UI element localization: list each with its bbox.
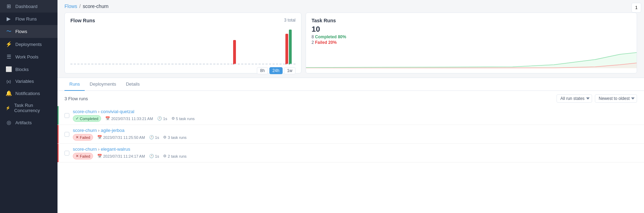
- sidebar-label-deployments: Deployments: [15, 42, 42, 47]
- tasks-icon-1: ⚙: [171, 116, 175, 121]
- flow-runs-icon: ▶: [6, 16, 12, 22]
- deployments-icon: ⚡: [6, 41, 12, 47]
- flow-runs-chart-total: 3 total: [284, 18, 296, 23]
- bar-chart-area: [70, 26, 296, 64]
- charts-area: Flow Runs 3 total: [58, 13, 644, 78]
- dashboard-icon: ⊞: [6, 3, 12, 9]
- tab-deployments[interactable]: Deployments: [85, 78, 121, 91]
- run-date-3: 📅 2023/07/31 11:24:17 AM: [97, 154, 145, 158]
- run-badge-1: ✓ Completed: [73, 115, 101, 122]
- breadcrumb-flows-link[interactable]: Flows: [64, 3, 77, 9]
- runs-count: 3 Flow runs: [64, 96, 88, 101]
- task-runs-chart: Task Runs 10 8 Completed 80% 2 Failed 20…: [306, 13, 637, 73]
- flow-runs-chart: Flow Runs 3 total: [64, 13, 301, 73]
- tab-runs[interactable]: Runs: [64, 78, 85, 91]
- run-meta-2: ✕ Failed 📅 2023/07/31 11:25:50 AM 🕐 1s: [73, 134, 637, 141]
- sidebar-item-notifications[interactable]: 🔔 Notifications: [0, 87, 58, 100]
- run-badge-2: ✕ Failed: [73, 134, 93, 141]
- x-icon-3: ✕: [76, 154, 79, 158]
- time-btn-24h[interactable]: 24h: [269, 67, 283, 74]
- run-flow-link-3[interactable]: score-churn: [73, 147, 97, 152]
- run-flow-link-1[interactable]: score-churn: [73, 109, 97, 114]
- calendar-icon-3: 📅: [97, 154, 102, 158]
- sidebar-item-variables[interactable]: {x} Variables: [0, 76, 58, 87]
- clock-icon-2: 🕐: [149, 135, 154, 140]
- sidebar-label-notifications: Notifications: [15, 91, 40, 96]
- run-flow-link-2[interactable]: score-churn: [73, 128, 97, 133]
- sidebar-item-work-pools[interactable]: ☰ Work Pools: [0, 50, 58, 63]
- runs-filters: All run states Newest to oldest: [557, 94, 637, 103]
- breadcrumb-current: score-churn: [83, 3, 108, 9]
- run-duration-2: 🕐 1s: [149, 135, 159, 140]
- sidebar-item-artifacts[interactable]: ◎ Artifacts: [0, 116, 58, 129]
- run-tasks-2: ⚙ 3 task runs: [163, 135, 186, 140]
- runs-section: Runs Deployments Details 3 Flow runs All…: [58, 78, 644, 213]
- bar-red-1: [233, 40, 236, 64]
- sidebar-label-artifacts: Artifacts: [15, 120, 32, 125]
- run-name-2: score-churn › agile-jerboa: [73, 128, 637, 133]
- run-status-bar-1: [58, 106, 59, 125]
- task-runs-total: 10: [312, 25, 631, 34]
- filter-sort-order[interactable]: Newest to oldest: [595, 94, 637, 103]
- time-btn-8h[interactable]: 8h: [257, 67, 268, 74]
- bars-container: [70, 26, 296, 64]
- run-badge-3: ✕ Failed: [73, 153, 93, 159]
- sidebar-item-flows[interactable]: 〜 Flows: [0, 25, 58, 38]
- bar-green-1: [289, 30, 292, 64]
- run-run-link-3[interactable]: elegant-walrus: [101, 147, 130, 152]
- task-runs-chart-title: Task Runs: [312, 18, 631, 23]
- badge-label-2: Failed: [80, 135, 90, 140]
- runs-header: 3 Flow runs All run states Newest to old…: [58, 91, 644, 106]
- run-tasks-3: ⚙ 2 task runs: [163, 154, 186, 158]
- sidebar-label-variables: Variables: [15, 79, 34, 84]
- sidebar-item-dashboard[interactable]: ⊞ Dashboard: [0, 0, 58, 13]
- sidebar-item-deployments[interactable]: ⚡ Deployments: [0, 38, 58, 50]
- blocks-icon: ⬜: [6, 66, 12, 72]
- sidebar-label-flows: Flows: [15, 29, 27, 34]
- notifications-icon: 🔔: [6, 90, 12, 96]
- task-concurrency-icon: ⚡: [6, 106, 11, 110]
- run-duration-3: 🕐 1s: [149, 154, 159, 158]
- top-right-btn-label: 1: [635, 5, 638, 10]
- run-date-1: 📅 2023/07/31 11:33:21 AM: [105, 116, 153, 121]
- bar-red-2: [285, 34, 288, 64]
- run-item-2: score-churn › agile-jerboa ✕ Failed 📅 20…: [58, 125, 644, 144]
- sidebar-item-task-run-concurrency[interactable]: ⚡ Task Run Concurrency: [0, 100, 58, 116]
- run-checkbox-1[interactable]: [64, 113, 69, 118]
- sidebar-item-flow-runs[interactable]: ▶ Flow Runs: [0, 13, 58, 25]
- tabs: Runs Deployments Details: [58, 78, 644, 91]
- clock-icon-1: 🕐: [157, 116, 162, 121]
- calendar-icon-1: 📅: [105, 116, 110, 121]
- time-btn-1w[interactable]: 1w: [284, 67, 296, 74]
- work-pools-icon: ☰: [6, 54, 12, 60]
- calendar-icon-2: 📅: [97, 135, 102, 140]
- badge-label-1: Completed: [80, 117, 98, 121]
- run-checkbox-2[interactable]: [64, 132, 69, 137]
- run-meta-1: ✓ Completed 📅 2023/07/31 11:33:21 AM 🕐 1…: [73, 115, 637, 122]
- badge-label-3: Failed: [80, 154, 90, 158]
- run-run-link-2[interactable]: agile-jerboa: [101, 128, 124, 133]
- clock-icon-3: 🕐: [149, 154, 154, 158]
- bar-group-2: [285, 30, 292, 64]
- run-list: score-churn › convivial-quetzal ✓ Comple…: [58, 106, 644, 163]
- completed-count: 8: [312, 34, 314, 39]
- tab-details[interactable]: Details: [121, 78, 145, 91]
- run-tasks-1: ⚙ 5 task runs: [171, 116, 195, 121]
- sidebar-label-work-pools: Work Pools: [15, 54, 38, 60]
- breadcrumb-separator: /: [79, 3, 81, 9]
- sidebar-label-flow-runs: Flow Runs: [15, 16, 37, 22]
- variables-icon: {x}: [6, 79, 12, 84]
- run-date-2: 📅 2023/07/31 11:25:50 AM: [97, 135, 145, 140]
- filter-run-states[interactable]: All run states: [557, 94, 592, 103]
- sidebar-item-blocks[interactable]: ⬜ Blocks: [0, 63, 58, 76]
- check-icon-1: ✓: [76, 116, 79, 121]
- run-item-1: score-churn › convivial-quetzal ✓ Comple…: [58, 106, 644, 125]
- x-icon-2: ✕: [76, 135, 79, 140]
- run-name-area-2: score-churn › agile-jerboa ✕ Failed 📅 20…: [73, 128, 637, 141]
- run-checkbox-3[interactable]: [64, 151, 69, 156]
- top-right-button[interactable]: 1: [631, 3, 641, 13]
- run-run-link-1[interactable]: convivial-quetzal: [101, 109, 134, 114]
- run-duration-1: 🕐 1s: [157, 116, 167, 121]
- tasks-icon-3: ⚙: [163, 154, 167, 158]
- task-line-chart: [306, 44, 637, 68]
